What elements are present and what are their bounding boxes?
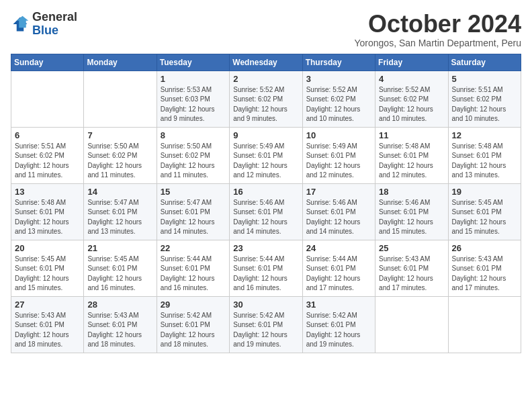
day-number: 13 — [15, 187, 80, 197]
calendar-cell: 11Sunrise: 5:48 AM Sunset: 6:01 PM Dayli… — [375, 127, 448, 183]
day-number: 25 — [379, 243, 444, 253]
calendar-cell — [375, 296, 448, 353]
location-subtitle: Yorongos, San Martin Department, Peru — [354, 38, 521, 48]
calendar-cell: 28Sunrise: 5:43 AM Sunset: 6:01 PM Dayli… — [84, 296, 157, 353]
day-detail: Sunrise: 5:48 AM Sunset: 6:01 PM Dayligh… — [452, 142, 517, 181]
day-number: 9 — [233, 130, 298, 140]
day-number: 24 — [306, 243, 371, 253]
day-detail: Sunrise: 5:52 AM Sunset: 6:02 PM Dayligh… — [306, 85, 371, 124]
calendar-cell — [84, 71, 157, 127]
day-detail: Sunrise: 5:48 AM Sunset: 6:01 PM Dayligh… — [379, 142, 444, 181]
day-number: 31 — [306, 300, 371, 310]
calendar-cell: 17Sunrise: 5:46 AM Sunset: 6:01 PM Dayli… — [302, 183, 375, 240]
week-row-3: 13Sunrise: 5:48 AM Sunset: 6:01 PM Dayli… — [11, 183, 521, 240]
calendar-cell: 31Sunrise: 5:42 AM Sunset: 6:01 PM Dayli… — [302, 296, 375, 353]
day-detail: Sunrise: 5:42 AM Sunset: 6:01 PM Dayligh… — [233, 311, 298, 350]
header-cell-saturday: Saturday — [448, 54, 521, 71]
logo-icon — [11, 15, 30, 34]
day-number: 28 — [87, 300, 152, 310]
day-detail: Sunrise: 5:43 AM Sunset: 6:01 PM Dayligh… — [87, 311, 152, 350]
day-number: 2 — [233, 74, 298, 84]
calendar-cell: 5Sunrise: 5:51 AM Sunset: 6:02 PM Daylig… — [448, 71, 521, 127]
calendar-cell: 24Sunrise: 5:44 AM Sunset: 6:01 PM Dayli… — [302, 240, 375, 296]
header-cell-friday: Friday — [375, 54, 448, 71]
day-number: 16 — [233, 187, 298, 197]
day-number: 6 — [15, 130, 80, 140]
calendar-cell — [11, 71, 84, 127]
day-number: 11 — [379, 130, 444, 140]
day-detail: Sunrise: 5:46 AM Sunset: 6:01 PM Dayligh… — [379, 198, 444, 237]
week-row-5: 27Sunrise: 5:43 AM Sunset: 6:01 PM Dayli… — [11, 296, 521, 353]
day-detail: Sunrise: 5:50 AM Sunset: 6:02 PM Dayligh… — [161, 142, 226, 181]
day-detail: Sunrise: 5:51 AM Sunset: 6:02 PM Dayligh… — [15, 142, 80, 181]
header-cell-sunday: Sunday — [11, 54, 84, 71]
calendar-cell: 22Sunrise: 5:44 AM Sunset: 6:01 PM Dayli… — [157, 240, 229, 296]
calendar-cell: 7Sunrise: 5:50 AM Sunset: 6:02 PM Daylig… — [84, 127, 157, 183]
logo: General Blue — [11, 11, 77, 38]
day-number: 4 — [379, 74, 444, 84]
calendar-cell: 14Sunrise: 5:47 AM Sunset: 6:01 PM Dayli… — [84, 183, 157, 240]
logo-general-text: General — [32, 10, 77, 24]
header-cell-monday: Monday — [84, 54, 157, 71]
calendar-cell: 21Sunrise: 5:45 AM Sunset: 6:01 PM Dayli… — [84, 240, 157, 296]
calendar-cell: 4Sunrise: 5:52 AM Sunset: 6:02 PM Daylig… — [375, 71, 448, 127]
calendar-cell: 1Sunrise: 5:53 AM Sunset: 6:03 PM Daylig… — [157, 71, 229, 127]
day-number: 10 — [306, 130, 371, 140]
day-detail: Sunrise: 5:42 AM Sunset: 6:01 PM Dayligh… — [161, 311, 226, 350]
day-number: 23 — [233, 243, 298, 253]
day-number: 3 — [306, 74, 371, 84]
day-detail: Sunrise: 5:48 AM Sunset: 6:01 PM Dayligh… — [15, 198, 80, 237]
day-detail: Sunrise: 5:43 AM Sunset: 6:01 PM Dayligh… — [379, 255, 444, 293]
calendar-cell: 20Sunrise: 5:45 AM Sunset: 6:01 PM Dayli… — [11, 240, 84, 296]
calendar-header: SundayMondayTuesdayWednesdayThursdayFrid… — [11, 54, 521, 71]
calendar-cell: 23Sunrise: 5:44 AM Sunset: 6:01 PM Dayli… — [230, 240, 302, 296]
day-detail: Sunrise: 5:49 AM Sunset: 6:01 PM Dayligh… — [306, 142, 371, 181]
week-row-2: 6Sunrise: 5:51 AM Sunset: 6:02 PM Daylig… — [11, 127, 521, 183]
calendar-cell: 30Sunrise: 5:42 AM Sunset: 6:01 PM Dayli… — [230, 296, 302, 353]
calendar-cell: 29Sunrise: 5:42 AM Sunset: 6:01 PM Dayli… — [157, 296, 229, 353]
calendar-cell: 18Sunrise: 5:46 AM Sunset: 6:01 PM Dayli… — [375, 183, 448, 240]
day-number: 1 — [161, 74, 226, 84]
calendar-cell: 26Sunrise: 5:43 AM Sunset: 6:01 PM Dayli… — [448, 240, 521, 296]
calendar-cell: 6Sunrise: 5:51 AM Sunset: 6:02 PM Daylig… — [11, 127, 84, 183]
day-number: 15 — [161, 187, 226, 197]
week-row-4: 20Sunrise: 5:45 AM Sunset: 6:01 PM Dayli… — [11, 240, 521, 296]
day-detail: Sunrise: 5:53 AM Sunset: 6:03 PM Dayligh… — [161, 85, 226, 124]
week-row-1: 1Sunrise: 5:53 AM Sunset: 6:03 PM Daylig… — [11, 71, 521, 127]
day-number: 7 — [87, 130, 152, 140]
calendar-cell: 19Sunrise: 5:45 AM Sunset: 6:01 PM Dayli… — [448, 183, 521, 240]
header-cell-wednesday: Wednesday — [230, 54, 302, 71]
day-number: 21 — [87, 243, 152, 253]
calendar-cell: 27Sunrise: 5:43 AM Sunset: 6:01 PM Dayli… — [11, 296, 84, 353]
day-detail: Sunrise: 5:45 AM Sunset: 6:01 PM Dayligh… — [452, 198, 517, 237]
day-detail: Sunrise: 5:43 AM Sunset: 6:01 PM Dayligh… — [452, 255, 517, 293]
day-number: 29 — [161, 300, 226, 310]
day-detail: Sunrise: 5:45 AM Sunset: 6:01 PM Dayligh… — [15, 255, 80, 293]
day-detail: Sunrise: 5:45 AM Sunset: 6:01 PM Dayligh… — [87, 255, 152, 293]
day-number: 30 — [233, 300, 298, 310]
calendar-cell: 16Sunrise: 5:46 AM Sunset: 6:01 PM Dayli… — [230, 183, 302, 240]
calendar-cell: 12Sunrise: 5:48 AM Sunset: 6:01 PM Dayli… — [448, 127, 521, 183]
day-number: 8 — [161, 130, 226, 140]
calendar-cell: 10Sunrise: 5:49 AM Sunset: 6:01 PM Dayli… — [302, 127, 375, 183]
calendar-cell: 25Sunrise: 5:43 AM Sunset: 6:01 PM Dayli… — [375, 240, 448, 296]
day-detail: Sunrise: 5:44 AM Sunset: 6:01 PM Dayligh… — [233, 255, 298, 293]
calendar-cell: 9Sunrise: 5:49 AM Sunset: 6:01 PM Daylig… — [230, 127, 302, 183]
title-block: October 2024 Yorongos, San Martin Depart… — [354, 11, 521, 48]
day-detail: Sunrise: 5:52 AM Sunset: 6:02 PM Dayligh… — [379, 85, 444, 124]
day-number: 27 — [15, 300, 80, 310]
day-detail: Sunrise: 5:46 AM Sunset: 6:01 PM Dayligh… — [233, 198, 298, 237]
day-detail: Sunrise: 5:52 AM Sunset: 6:02 PM Dayligh… — [233, 85, 298, 124]
day-detail: Sunrise: 5:46 AM Sunset: 6:01 PM Dayligh… — [306, 198, 371, 237]
day-number: 19 — [452, 187, 517, 197]
day-number: 18 — [379, 187, 444, 197]
day-number: 5 — [452, 74, 517, 84]
month-year-title: October 2024 — [354, 11, 521, 38]
day-detail: Sunrise: 5:44 AM Sunset: 6:01 PM Dayligh… — [306, 255, 371, 293]
day-number: 12 — [452, 130, 517, 140]
header-row: SundayMondayTuesdayWednesdayThursdayFrid… — [11, 54, 521, 71]
calendar-cell — [448, 296, 521, 353]
calendar-cell: 8Sunrise: 5:50 AM Sunset: 6:02 PM Daylig… — [157, 127, 229, 183]
day-detail: Sunrise: 5:47 AM Sunset: 6:01 PM Dayligh… — [87, 198, 152, 237]
day-detail: Sunrise: 5:44 AM Sunset: 6:01 PM Dayligh… — [161, 255, 226, 293]
